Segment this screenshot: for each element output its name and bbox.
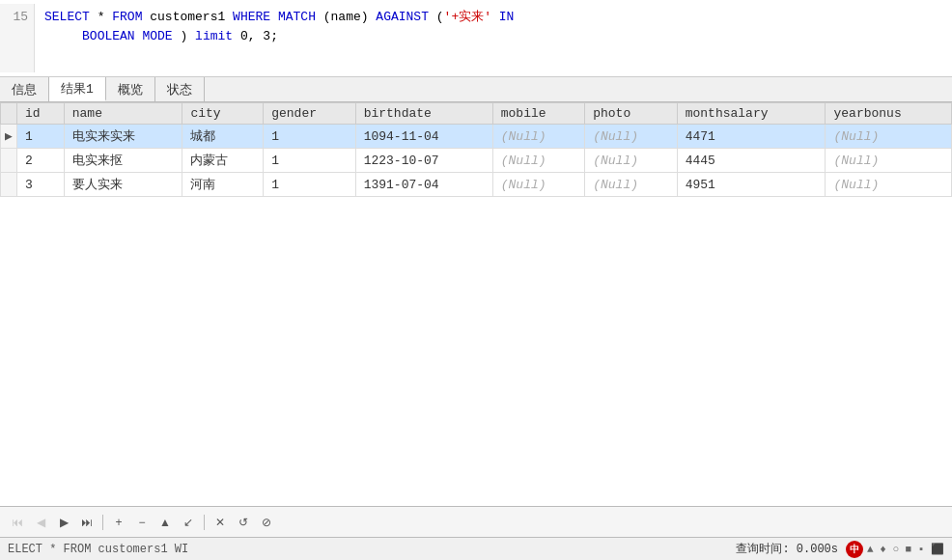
table-cell: (Null) <box>585 125 677 149</box>
col-header-id[interactable]: id <box>17 103 65 125</box>
col-header-mobile[interactable]: mobile <box>492 103 584 125</box>
table-cell: 内蒙古 <box>182 149 264 173</box>
move-up-button[interactable]: ▲ <box>155 513 175 532</box>
table-row[interactable]: 2电实来抠内蒙古11223-10-07(Null)(Null)4445(Null… <box>1 149 952 173</box>
watermark: 中 ▲ ♦ ○ ■ ▪ ⬛ <box>846 541 944 558</box>
table-cell: 4445 <box>677 149 826 173</box>
col-header-monthsalary[interactable]: monthsalary <box>677 103 826 125</box>
col-header-city[interactable]: city <box>182 103 264 125</box>
keyword-against: AGAINST <box>376 10 429 24</box>
row-indicator <box>1 173 17 197</box>
table-cell: (Null) <box>492 173 584 197</box>
table-cell: (Null) <box>826 173 952 197</box>
keyword-from: FROM <box>112 10 142 24</box>
status-bar: ELECT * FROM customers1 WI 查询时间: 0.000s … <box>0 537 952 560</box>
table-cell: (Null) <box>826 149 952 173</box>
last-page-button[interactable]: ⏭ <box>77 513 97 532</box>
add-row-button[interactable]: + <box>109 513 128 532</box>
row-indicator: ▶ <box>1 125 17 149</box>
delete-row-button[interactable]: − <box>132 513 152 532</box>
keyword-select: SELECT <box>44 10 90 24</box>
toolbar-separator-2 <box>204 515 205 530</box>
table-cell: 要人实来 <box>64 173 182 197</box>
results-area: id name city gender birthdate mobile pho… <box>0 102 952 506</box>
string-value: '+实来' <box>444 10 491 24</box>
table-cell: (Null) <box>585 149 677 173</box>
tab-info[interactable]: 信息 <box>0 77 49 101</box>
move-down-button[interactable]: ↙ <box>179 513 198 532</box>
bottom-toolbar: ⏮ ◀ ▶ ⏭ + − ▲ ↙ ✕ ↺ ⊘ <box>0 506 952 537</box>
col-header-yearbonus[interactable]: yearbonus <box>826 103 952 125</box>
table-cell: 城都 <box>182 125 264 149</box>
watermark-text: ▲ ♦ ○ ■ ▪ ⬛ <box>867 543 944 555</box>
table-row[interactable]: 3要人实来河南11391-07-04(Null)(Null)4951(Null) <box>1 173 952 197</box>
table-cell: 河南 <box>182 173 264 197</box>
clear-button[interactable]: ⊘ <box>257 513 276 532</box>
tabs-bar: 信息 结果1 概览 状态 <box>0 77 952 102</box>
keyword-boolean: BOOLEAN <box>82 29 135 43</box>
table-cell: 2 <box>17 149 65 173</box>
code-content: SELECT * FROM customers1 WHERE MATCH (na… <box>35 4 523 72</box>
col-header-birthdate[interactable]: birthdate <box>355 103 492 125</box>
tab-status[interactable]: 状态 <box>155 77 205 101</box>
prev-page-button[interactable]: ◀ <box>31 513 50 532</box>
table-cell: 电实来实来 <box>64 125 182 149</box>
table-cell: (Null) <box>492 149 584 173</box>
next-page-button[interactable]: ▶ <box>54 513 73 532</box>
row-indicator <box>1 149 17 173</box>
toolbar-separator-1 <box>102 515 103 530</box>
table-cell: 1094-11-04 <box>355 125 492 149</box>
watermark-icon: 中 <box>846 541 863 558</box>
tab-overview[interactable]: 概览 <box>106 77 155 101</box>
table-cell: 1 <box>264 173 355 197</box>
table-cell: 1 <box>264 125 355 149</box>
table-cell: 3 <box>17 173 65 197</box>
status-sql-text: ELECT * FROM customers1 WI <box>8 543 188 556</box>
table-cell: 电实来抠 <box>64 149 182 173</box>
status-right: 查询时间: 0.000s 中 ▲ ♦ ○ ■ ▪ ⬛ <box>736 541 944 558</box>
col-header-gender[interactable]: gender <box>264 103 355 125</box>
table-cell: (Null) <box>492 125 584 149</box>
table-cell: (Null) <box>826 125 952 149</box>
table-cell: 4951 <box>677 173 826 197</box>
cancel-button[interactable]: ✕ <box>210 513 230 532</box>
table-cell: 1 <box>17 125 65 149</box>
table-row[interactable]: ▶1电实来实来城都11094-11-04(Null)(Null)4471(Nul… <box>1 125 952 149</box>
table-cell: (Null) <box>585 173 677 197</box>
refresh-button[interactable]: ↺ <box>234 513 253 532</box>
line-numbers: 15 <box>0 4 35 72</box>
col-header-name[interactable]: name <box>64 103 182 125</box>
col-header-photo[interactable]: photo <box>585 103 677 125</box>
keyword-match: MATCH <box>278 10 316 24</box>
keyword-mode: MODE <box>142 29 172 43</box>
table-cell: 4471 <box>677 125 826 149</box>
first-page-button[interactable]: ⏮ <box>8 513 27 532</box>
results-table: id name city gender birthdate mobile pho… <box>0 102 952 197</box>
keyword-where: WHERE <box>233 10 270 24</box>
col-header-indicator <box>1 103 17 125</box>
code-area: 15 SELECT * FROM customers1 WHERE MATCH … <box>0 0 952 77</box>
table-cell: 1391-07-04 <box>355 173 492 197</box>
table-cell: 1223-10-07 <box>355 149 492 173</box>
table-cell: 1 <box>264 149 355 173</box>
table-header-row: id name city gender birthdate mobile pho… <box>1 103 952 125</box>
keyword-in: IN <box>499 10 515 24</box>
keyword-limit: limit <box>195 29 233 43</box>
query-time: 查询时间: 0.000s <box>736 541 838 557</box>
tab-results[interactable]: 结果1 <box>49 77 106 101</box>
